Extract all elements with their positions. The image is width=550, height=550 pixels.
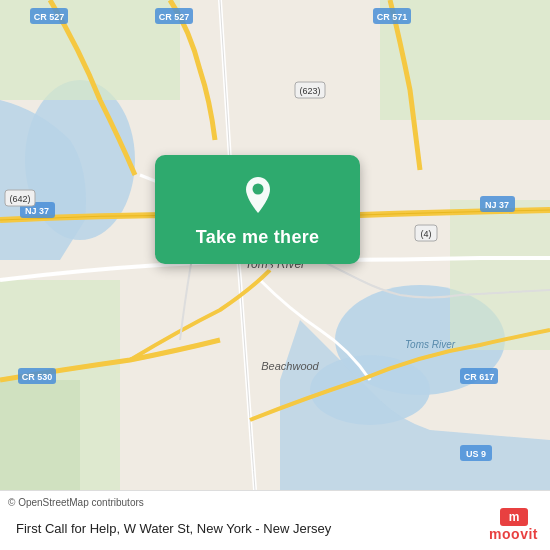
map-view: NJ 37 NJ 37 CR 527 CR 527 CR 571 (623) C… <box>0 0 550 490</box>
svg-text:(4): (4) <box>421 229 432 239</box>
svg-point-34 <box>252 184 263 195</box>
svg-text:CR 617: CR 617 <box>464 372 495 382</box>
svg-text:Toms River: Toms River <box>405 339 456 350</box>
osm-attribution: © OpenStreetMap contributors <box>8 497 144 508</box>
take-me-there-button-label: Take me there <box>196 227 320 248</box>
svg-text:(623): (623) <box>299 86 320 96</box>
svg-rect-4 <box>0 0 180 100</box>
svg-text:US 9: US 9 <box>466 449 486 459</box>
svg-text:CR 530: CR 530 <box>22 372 53 382</box>
moovit-m-icon: m <box>500 508 528 526</box>
location-pin-icon <box>236 173 280 217</box>
svg-text:CR 527: CR 527 <box>159 12 190 22</box>
svg-text:NJ 37: NJ 37 <box>485 200 509 210</box>
svg-text:Beachwood: Beachwood <box>261 360 319 372</box>
moovit-brand-text: moovit <box>489 526 538 542</box>
moovit-logo: m moovit <box>489 508 538 542</box>
svg-text:NJ 37: NJ 37 <box>25 206 49 216</box>
bottom-bar: © OpenStreetMap contributors First Call … <box>0 490 550 550</box>
take-me-there-card[interactable]: Take me there <box>155 155 360 264</box>
svg-rect-6 <box>0 380 80 490</box>
location-text: First Call for Help, W Water St, New Yor… <box>12 521 538 538</box>
svg-text:(642): (642) <box>9 194 30 204</box>
svg-text:CR 571: CR 571 <box>377 12 408 22</box>
svg-rect-8 <box>450 200 550 350</box>
svg-text:CR 527: CR 527 <box>34 12 65 22</box>
